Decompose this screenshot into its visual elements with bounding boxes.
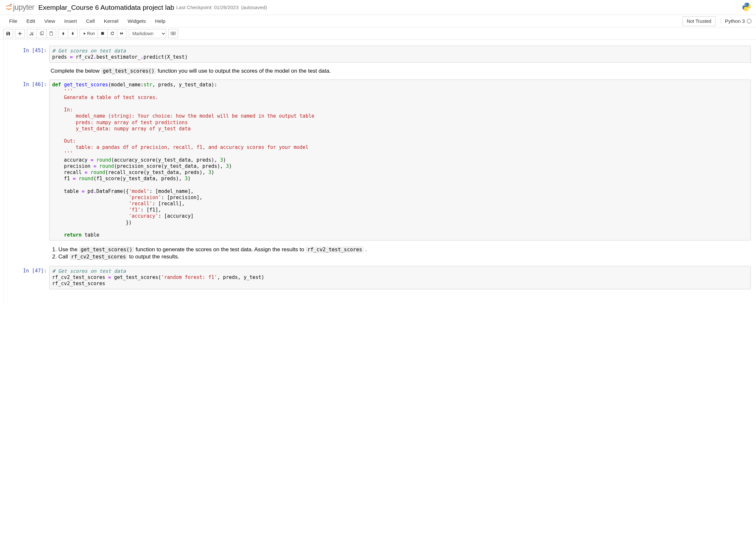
code-literal: rf_cv2_test_scores (306, 246, 364, 253)
save-button[interactable] (3, 29, 13, 38)
add-cell-button[interactable] (15, 29, 25, 38)
scissors-icon (30, 31, 34, 36)
list-item: Call rf_cv2_test_scores to output the re… (58, 254, 750, 260)
checkpoint-text: Last Checkpoint: 01/26/2023 (176, 5, 239, 10)
code-literal: rf_cv2_test_scores (69, 254, 128, 260)
stop-icon (101, 32, 104, 35)
interrupt-button[interactable] (98, 29, 107, 38)
restart-run-all-button[interactable] (117, 29, 127, 38)
save-icon (6, 31, 10, 36)
svg-rect-2 (41, 31, 43, 34)
jupyter-logo[interactable]: jupyter (5, 3, 35, 12)
notebook-title[interactable]: Exemplar_Course 6 Automatidata project l… (39, 4, 174, 11)
code-input-area[interactable]: # Get scores on test data rf_cv2_test_sc… (49, 266, 751, 289)
markdown-output: Complete the below get_test_scores() fun… (49, 67, 751, 75)
copy-icon (40, 31, 44, 36)
markdown-cell[interactable]: Complete the below get_test_scores() fun… (4, 66, 756, 76)
code-literal: get_test_scores() (101, 68, 156, 74)
cut-button[interactable] (27, 29, 37, 38)
markdown-cell[interactable]: Use the get_test_scores() function to ge… (4, 244, 756, 263)
copy-button[interactable] (37, 29, 46, 38)
run-label: Run (87, 31, 95, 36)
not-trusted-button[interactable]: Not Trusted (683, 16, 715, 26)
menu-help[interactable]: Help (150, 16, 170, 27)
notebook-container: In [45]: # Get scores on test data preds… (3, 40, 756, 306)
code-cell[interactable]: In [45]: # Get scores on test data preds… (4, 44, 756, 64)
paste-icon (49, 31, 53, 36)
svg-rect-9 (173, 33, 173, 33)
move-down-button[interactable] (68, 29, 78, 38)
arrow-up-icon (61, 32, 65, 36)
toolbar: Run Markdown (0, 27, 756, 40)
run-button[interactable]: Run (80, 29, 98, 38)
restart-icon (110, 31, 114, 36)
kernel-name: Python 3 (725, 18, 745, 24)
jupyter-icon (5, 3, 13, 12)
menu-view[interactable]: View (40, 16, 60, 27)
svg-rect-12 (172, 34, 174, 34)
arrow-down-icon (71, 32, 75, 36)
paste-button[interactable] (46, 29, 56, 38)
list-item: Use the get_test_scores() function to ge… (58, 246, 750, 253)
markdown-output: Use the get_test_scores() function to ge… (49, 245, 751, 261)
empty-prompt (9, 245, 49, 261)
code-input-area[interactable]: # Get scores on test data preds = rf_cv2… (49, 46, 751, 63)
input-prompt: In [45]: (9, 46, 49, 63)
empty-prompt (9, 67, 49, 75)
autosaved-text: (autosaved) (241, 5, 267, 10)
svg-rect-10 (173, 33, 174, 33)
header: jupyter Exemplar_Course 6 Automatidata p… (0, 0, 756, 15)
fast-forward-icon (120, 32, 124, 35)
input-prompt: In [46]: (9, 79, 49, 240)
code-cell[interactable]: In [47]: # Get scores on test data rf_cv… (4, 265, 756, 291)
menubar: File Edit View Insert Cell Kernel Widget… (0, 15, 756, 27)
python-logo-icon (742, 2, 751, 13)
menu-cell[interactable]: Cell (82, 16, 99, 27)
jupyter-text: jupyter (13, 3, 35, 12)
svg-rect-5 (101, 32, 104, 35)
menu-insert[interactable]: Insert (60, 16, 82, 27)
svg-rect-6 (170, 32, 175, 35)
svg-point-0 (10, 4, 12, 5)
kernel-idle-icon (747, 19, 751, 23)
code-cell[interactable]: In [46]: def get_test_scores(model_name:… (4, 78, 756, 242)
svg-rect-7 (171, 33, 172, 33)
input-prompt: In [47]: (9, 266, 49, 289)
menu-widgets[interactable]: Widgets (123, 16, 150, 27)
code-literal: get_test_scores() (79, 246, 134, 253)
plus-icon (17, 31, 22, 36)
move-up-button[interactable] (58, 29, 68, 38)
svg-rect-11 (174, 33, 175, 33)
svg-rect-8 (172, 33, 173, 33)
menu-edit[interactable]: Edit (22, 16, 40, 27)
kernel-indicator[interactable]: Python 3 (721, 18, 751, 24)
command-palette-button[interactable] (168, 29, 178, 38)
code-input-area[interactable]: def get_test_scores(model_name:str, pred… (49, 79, 751, 240)
run-icon (83, 32, 86, 35)
restart-button[interactable] (107, 29, 117, 38)
ordered-list: Use the get_test_scores() function to ge… (51, 246, 750, 260)
menu-file[interactable]: File (5, 16, 22, 27)
cell-type-select[interactable]: Markdown (129, 29, 166, 38)
svg-rect-4 (51, 31, 52, 32)
menu-kernel[interactable]: Kernel (99, 16, 123, 27)
keyboard-icon (170, 32, 176, 35)
